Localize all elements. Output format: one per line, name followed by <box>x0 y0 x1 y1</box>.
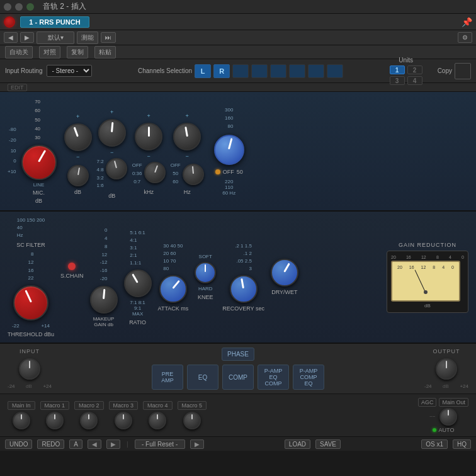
copy-section: Copy <box>438 63 471 79</box>
mid-low-freq-knob[interactable] <box>98 119 126 147</box>
main-in-label[interactable]: Main In <box>8 401 35 410</box>
high-freq-knob[interactable] <box>173 123 201 150</box>
test-btn[interactable]: 测能 <box>77 31 98 44</box>
macro-4-knob[interactable] <box>149 412 166 429</box>
ch-r-btn[interactable]: R <box>213 64 230 78</box>
macro-2-label[interactable]: Macro 2 <box>74 401 104 410</box>
hq-btn[interactable]: HQ <box>453 439 471 449</box>
main-out-label[interactable]: Main Out <box>439 398 468 407</box>
save-btn[interactable]: SAVE <box>315 439 341 449</box>
input-routing-section: Input Routing - Stereo - <box>5 65 92 77</box>
gr-label: GAIN REDUCTION <box>399 242 456 248</box>
makeup-scale: 0 4 8 12 -12 -16 -20 <box>100 227 108 283</box>
undo-btn[interactable]: UNDO <box>5 439 32 449</box>
power-button[interactable] <box>4 16 15 28</box>
plugin-name-btn[interactable]: 1 - RRS PUNCH <box>20 16 89 28</box>
macro-3-label[interactable]: Macro 3 <box>109 401 139 410</box>
redo-btn[interactable]: REDO <box>37 439 64 449</box>
pin-icon[interactable]: 📌 <box>462 17 472 27</box>
test-skip-btn[interactable]: ⏭ <box>101 32 116 43</box>
preset-a-btn[interactable]: A <box>69 439 82 449</box>
paste-btn[interactable]: 粘贴 <box>94 46 116 59</box>
comp-btn[interactable]: COMP <box>222 365 254 390</box>
attack-label: ATTACK ms <box>158 305 189 312</box>
mid-high-gain-knob[interactable] <box>144 162 166 183</box>
threshold-knob[interactable] <box>13 285 48 320</box>
low-gain-knob[interactable] <box>67 165 89 186</box>
macro-3-knob[interactable] <box>115 412 132 429</box>
output-knob[interactable] <box>436 358 457 380</box>
main-out-knob[interactable] <box>439 408 457 426</box>
copy-box[interactable] <box>455 63 471 79</box>
macro-5-knob[interactable] <box>183 412 201 429</box>
phase-btn[interactable]: PHASE <box>222 348 254 361</box>
low-freq-knob[interactable] <box>64 123 92 151</box>
arrow-right-btn[interactable]: ▶ <box>20 32 34 43</box>
recovery-knob[interactable] <box>230 275 258 303</box>
schain-led[interactable] <box>68 263 76 270</box>
copy-label: Copy <box>438 67 452 74</box>
macro-5-label[interactable]: Macro 5 <box>178 401 207 410</box>
unit-3-btn[interactable]: 3 <box>390 76 405 85</box>
auto-off-btn[interactable]: 自动关 <box>5 46 33 59</box>
ch-3-btn[interactable] <box>232 64 249 78</box>
arrow-back-btn[interactable]: ◀ <box>88 439 101 449</box>
full-reset-btn[interactable]: - Full Reset - <box>135 439 185 449</box>
agc-label[interactable]: AGC <box>418 398 437 407</box>
channel-strip: INPUT -24 dB +24 PHASE PRE AMP EQ COMP P… <box>0 344 476 394</box>
play-btn[interactable]: ▶ <box>190 439 204 449</box>
ch-5-btn[interactable] <box>270 64 286 78</box>
output-level-knob[interactable] <box>214 135 244 165</box>
copy-preset-btn[interactable]: 复制 <box>67 46 88 59</box>
os-btn[interactable]: OS x1 <box>421 439 448 449</box>
knee-knob[interactable] <box>195 262 216 283</box>
p-amp-eq-comp-btn[interactable]: P-AMP EQ COMP <box>258 365 289 390</box>
arrow-left-btn[interactable]: ◀ <box>4 32 18 43</box>
output-scale: -24 dB +24 <box>424 383 468 389</box>
unit-2-btn[interactable]: 2 <box>407 65 422 74</box>
unit-1-btn[interactable]: 1 <box>390 65 405 74</box>
high-gain-knob[interactable] <box>183 164 204 185</box>
unit-4-btn[interactable]: 4 <box>407 76 422 85</box>
recovery-scale: .2 1 1.5 .1 2 .05 2.5 3 <box>235 242 252 273</box>
knee-labels: SOFT <box>199 254 212 259</box>
ch-7-btn[interactable] <box>308 64 324 78</box>
eq-btn[interactable]: EQ <box>187 365 218 390</box>
macro-1-label[interactable]: Macro 1 <box>40 401 70 410</box>
attack-knob[interactable] <box>159 275 187 303</box>
attack-section: 30 40 50 20 60 10 70 80 ATTACK ms <box>158 242 189 312</box>
macro-2-item: Macro 2 <box>74 401 104 429</box>
compare-btn[interactable]: 对照 <box>39 46 60 59</box>
ch-6-btn[interactable] <box>289 64 305 78</box>
close-btn[interactable] <box>4 3 11 11</box>
default-btn[interactable]: 默认▾ <box>37 31 74 44</box>
p-amp-comp-eq-btn[interactable]: P-AMP COMP EQ <box>293 365 324 390</box>
hf-freq-scale: 300 160 80 <box>225 106 233 130</box>
ch-4-btn[interactable] <box>251 64 268 78</box>
macro-2-knob[interactable] <box>80 412 98 429</box>
mid-low-gain-knob[interactable] <box>106 158 127 179</box>
input-knob[interactable] <box>19 358 40 380</box>
pre-amp-btn[interactable]: PRE AMP <box>152 365 183 390</box>
macro-1-knob[interactable] <box>46 412 64 429</box>
makeup-knob[interactable] <box>90 286 118 314</box>
sc-scale-row: 8 12 16 22 <box>28 251 34 283</box>
ratio-knob[interactable] <box>124 269 152 297</box>
arrow-fwd-btn[interactable]: ▶ <box>106 439 120 449</box>
sc-filter-label: SC FILTER <box>16 242 45 248</box>
mid-high-freq-knob[interactable] <box>135 123 162 150</box>
edit-label[interactable]: EDIT <box>8 84 27 91</box>
settings-btn[interactable]: ⚙ <box>458 32 472 43</box>
macro-4-label[interactable]: Macro 4 <box>143 401 173 410</box>
stereo-select[interactable]: - Stereo - <box>47 65 92 77</box>
drywet-knob[interactable] <box>271 259 298 286</box>
plus-icon-btn[interactable] <box>26 3 34 11</box>
ch-l-btn[interactable]: L <box>195 64 211 78</box>
load-btn[interactable]: LOAD <box>285 439 310 449</box>
main-in-knob[interactable] <box>13 412 30 429</box>
makeup-label: MAKEUP GAIN db <box>93 316 115 327</box>
input-gain-knob[interactable] <box>21 145 57 180</box>
minimize-btn[interactable] <box>15 3 23 11</box>
low-band: + − dB <box>64 107 92 196</box>
ch-8-btn[interactable] <box>327 64 343 78</box>
